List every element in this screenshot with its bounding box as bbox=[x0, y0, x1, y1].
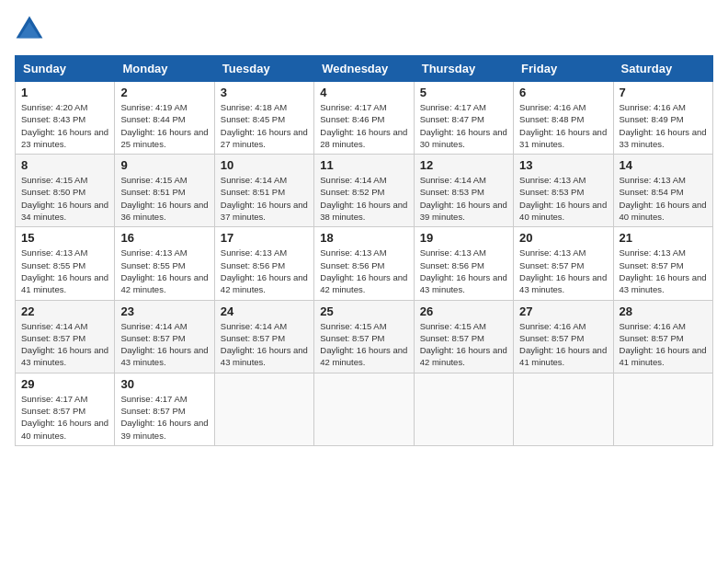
day-info: Sunrise: 4:13 AMSunset: 8:55 PMDaylight:… bbox=[120, 247, 208, 295]
calendar-cell: 11Sunrise: 4:14 AMSunset: 8:52 PMDayligh… bbox=[314, 155, 414, 227]
day-header-wednesday: Wednesday bbox=[314, 56, 414, 82]
day-info: Sunrise: 4:16 AMSunset: 8:57 PMDaylight:… bbox=[620, 320, 707, 369]
day-info: Sunrise: 4:14 AMSunset: 8:57 PMDaylight:… bbox=[120, 320, 208, 369]
calendar-week-row: 29Sunrise: 4:17 AMSunset: 8:57 PMDayligh… bbox=[16, 373, 713, 445]
day-number: 15 bbox=[21, 231, 108, 245]
calendar-week-row: 22Sunrise: 4:14 AMSunset: 8:57 PMDayligh… bbox=[16, 300, 713, 373]
day-number: 11 bbox=[320, 158, 407, 172]
day-info: Sunrise: 4:13 AMSunset: 8:57 PMDaylight:… bbox=[620, 247, 707, 295]
calendar-week-row: 1Sunrise: 4:20 AMSunset: 8:43 PMDaylight… bbox=[16, 82, 713, 155]
calendar-cell: 22Sunrise: 4:14 AMSunset: 8:57 PMDayligh… bbox=[16, 300, 115, 373]
calendar-cell: 5Sunrise: 4:17 AMSunset: 8:47 PMDaylight… bbox=[414, 82, 513, 155]
calendar-week-row: 8Sunrise: 4:15 AMSunset: 8:50 PMDaylight… bbox=[16, 155, 713, 227]
day-info: Sunrise: 4:13 AMSunset: 8:54 PMDaylight:… bbox=[620, 174, 707, 223]
day-number: 6 bbox=[519, 86, 607, 99]
calendar-cell: 17Sunrise: 4:13 AMSunset: 8:56 PMDayligh… bbox=[214, 227, 313, 300]
calendar-week-row: 15Sunrise: 4:13 AMSunset: 8:55 PMDayligh… bbox=[16, 227, 713, 300]
calendar-cell: 30Sunrise: 4:17 AMSunset: 8:57 PMDayligh… bbox=[115, 373, 214, 445]
day-info: Sunrise: 4:13 AMSunset: 8:55 PMDaylight:… bbox=[21, 247, 108, 295]
day-header-monday: Monday bbox=[115, 56, 214, 82]
calendar-cell: 20Sunrise: 4:13 AMSunset: 8:57 PMDayligh… bbox=[514, 227, 613, 300]
calendar-cell: 3Sunrise: 4:18 AMSunset: 8:45 PMDaylight… bbox=[214, 82, 313, 155]
calendar-cell: 2Sunrise: 4:19 AMSunset: 8:44 PMDaylight… bbox=[115, 82, 214, 155]
day-info: Sunrise: 4:17 AMSunset: 8:57 PMDaylight:… bbox=[21, 393, 108, 442]
day-info: Sunrise: 4:14 AMSunset: 8:52 PMDaylight:… bbox=[320, 174, 407, 223]
day-number: 13 bbox=[519, 158, 607, 172]
day-info: Sunrise: 4:13 AMSunset: 8:56 PMDaylight:… bbox=[420, 247, 507, 295]
day-info: Sunrise: 4:14 AMSunset: 8:51 PMDaylight:… bbox=[221, 174, 308, 223]
logo-icon bbox=[15, 15, 44, 44]
day-header-friday: Friday bbox=[514, 56, 613, 82]
calendar-cell: 9Sunrise: 4:15 AMSunset: 8:51 PMDaylight… bbox=[115, 155, 214, 227]
day-number: 2 bbox=[120, 86, 208, 99]
calendar-cell: 26Sunrise: 4:15 AMSunset: 8:57 PMDayligh… bbox=[414, 300, 513, 373]
calendar-cell: 13Sunrise: 4:13 AMSunset: 8:53 PMDayligh… bbox=[514, 155, 613, 227]
day-info: Sunrise: 4:15 AMSunset: 8:57 PMDaylight:… bbox=[320, 320, 407, 369]
day-number: 9 bbox=[120, 158, 208, 172]
day-number: 14 bbox=[620, 158, 707, 172]
calendar-cell bbox=[414, 373, 513, 445]
day-number: 20 bbox=[519, 231, 607, 245]
day-info: Sunrise: 4:13 AMSunset: 8:57 PMDaylight:… bbox=[519, 247, 607, 295]
day-info: Sunrise: 4:17 AMSunset: 8:47 PMDaylight:… bbox=[420, 101, 507, 150]
day-number: 16 bbox=[120, 231, 208, 245]
day-info: Sunrise: 4:13 AMSunset: 8:56 PMDaylight:… bbox=[320, 247, 407, 295]
calendar-cell: 12Sunrise: 4:14 AMSunset: 8:53 PMDayligh… bbox=[414, 155, 513, 227]
day-header-thursday: Thursday bbox=[414, 56, 513, 82]
calendar-cell: 24Sunrise: 4:14 AMSunset: 8:57 PMDayligh… bbox=[214, 300, 313, 373]
day-number: 1 bbox=[21, 86, 108, 99]
day-info: Sunrise: 4:18 AMSunset: 8:45 PMDaylight:… bbox=[221, 101, 308, 150]
calendar-header-row: SundayMondayTuesdayWednesdayThursdayFrid… bbox=[16, 56, 713, 82]
day-number: 27 bbox=[519, 304, 607, 318]
calendar-cell: 23Sunrise: 4:14 AMSunset: 8:57 PMDayligh… bbox=[115, 300, 214, 373]
logo bbox=[15, 15, 48, 44]
day-number: 28 bbox=[620, 304, 707, 318]
day-info: Sunrise: 4:15 AMSunset: 8:57 PMDaylight:… bbox=[420, 320, 507, 369]
day-info: Sunrise: 4:20 AMSunset: 8:43 PMDaylight:… bbox=[21, 101, 108, 150]
page-header bbox=[15, 15, 713, 44]
day-info: Sunrise: 4:16 AMSunset: 8:48 PMDaylight:… bbox=[519, 101, 607, 150]
day-info: Sunrise: 4:13 AMSunset: 8:56 PMDaylight:… bbox=[221, 247, 308, 295]
calendar-cell: 1Sunrise: 4:20 AMSunset: 8:43 PMDaylight… bbox=[16, 82, 115, 155]
day-number: 23 bbox=[120, 304, 208, 318]
day-number: 26 bbox=[420, 304, 507, 318]
calendar-cell: 21Sunrise: 4:13 AMSunset: 8:57 PMDayligh… bbox=[613, 227, 712, 300]
calendar-table: SundayMondayTuesdayWednesdayThursdayFrid… bbox=[15, 55, 713, 446]
day-header-tuesday: Tuesday bbox=[214, 56, 313, 82]
day-info: Sunrise: 4:17 AMSunset: 8:57 PMDaylight:… bbox=[120, 393, 208, 442]
calendar-cell: 28Sunrise: 4:16 AMSunset: 8:57 PMDayligh… bbox=[613, 300, 712, 373]
day-number: 21 bbox=[620, 231, 707, 245]
day-number: 4 bbox=[320, 86, 407, 99]
day-number: 12 bbox=[420, 158, 507, 172]
day-header-saturday: Saturday bbox=[613, 56, 712, 82]
calendar-cell: 29Sunrise: 4:17 AMSunset: 8:57 PMDayligh… bbox=[16, 373, 115, 445]
calendar-cell: 4Sunrise: 4:17 AMSunset: 8:46 PMDaylight… bbox=[314, 82, 414, 155]
calendar-cell: 8Sunrise: 4:15 AMSunset: 8:50 PMDaylight… bbox=[16, 155, 115, 227]
day-number: 17 bbox=[221, 231, 308, 245]
day-info: Sunrise: 4:17 AMSunset: 8:46 PMDaylight:… bbox=[320, 101, 407, 150]
day-info: Sunrise: 4:16 AMSunset: 8:57 PMDaylight:… bbox=[519, 320, 607, 369]
calendar-cell bbox=[314, 373, 414, 445]
calendar-cell bbox=[613, 373, 712, 445]
day-number: 22 bbox=[21, 304, 108, 318]
day-number: 18 bbox=[320, 231, 407, 245]
day-info: Sunrise: 4:15 AMSunset: 8:50 PMDaylight:… bbox=[21, 174, 108, 223]
calendar-cell: 19Sunrise: 4:13 AMSunset: 8:56 PMDayligh… bbox=[414, 227, 513, 300]
day-number: 5 bbox=[420, 86, 507, 99]
calendar-cell: 7Sunrise: 4:16 AMSunset: 8:49 PMDaylight… bbox=[613, 82, 712, 155]
day-info: Sunrise: 4:14 AMSunset: 8:57 PMDaylight:… bbox=[221, 320, 308, 369]
day-info: Sunrise: 4:14 AMSunset: 8:57 PMDaylight:… bbox=[21, 320, 108, 369]
calendar-cell: 10Sunrise: 4:14 AMSunset: 8:51 PMDayligh… bbox=[214, 155, 313, 227]
day-info: Sunrise: 4:13 AMSunset: 8:53 PMDaylight:… bbox=[519, 174, 607, 223]
day-info: Sunrise: 4:16 AMSunset: 8:49 PMDaylight:… bbox=[620, 101, 707, 150]
day-number: 25 bbox=[320, 304, 407, 318]
calendar-cell: 6Sunrise: 4:16 AMSunset: 8:48 PMDaylight… bbox=[514, 82, 613, 155]
day-number: 7 bbox=[620, 86, 707, 99]
day-number: 24 bbox=[221, 304, 308, 318]
day-number: 29 bbox=[21, 377, 108, 391]
calendar-cell: 16Sunrise: 4:13 AMSunset: 8:55 PMDayligh… bbox=[115, 227, 214, 300]
day-number: 8 bbox=[21, 158, 108, 172]
calendar-cell bbox=[214, 373, 313, 445]
calendar-cell: 27Sunrise: 4:16 AMSunset: 8:57 PMDayligh… bbox=[514, 300, 613, 373]
calendar-cell: 18Sunrise: 4:13 AMSunset: 8:56 PMDayligh… bbox=[314, 227, 414, 300]
